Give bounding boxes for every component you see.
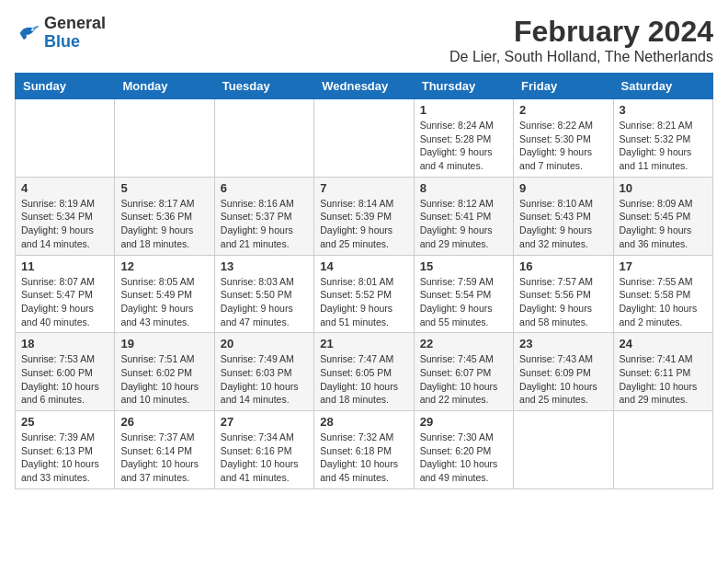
calendar-cell: 9Sunrise: 8:10 AM Sunset: 5:43 PM Daylig… — [514, 177, 613, 255]
calendar-cell — [16, 99, 115, 178]
page-header: General Blue February 2024 De Lier, Sout… — [15, 15, 713, 65]
calendar-cell: 29Sunrise: 7:30 AM Sunset: 6:20 PM Dayli… — [414, 411, 513, 489]
weekday-header-tuesday: Tuesday — [214, 74, 313, 99]
day-number: 18 — [21, 337, 108, 350]
weekday-header-saturday: Saturday — [613, 74, 712, 99]
calendar-cell: 19Sunrise: 7:51 AM Sunset: 6:02 PM Dayli… — [115, 333, 214, 411]
day-info: Sunrise: 7:47 AM Sunset: 6:05 PM Dayligh… — [320, 352, 407, 407]
day-number: 16 — [519, 259, 607, 273]
calendar-cell: 13Sunrise: 8:03 AM Sunset: 5:50 PM Dayli… — [214, 255, 313, 333]
calendar-cell: 18Sunrise: 7:53 AM Sunset: 6:00 PM Dayli… — [16, 333, 115, 411]
calendar-cell — [514, 411, 613, 489]
day-info: Sunrise: 8:01 AM Sunset: 5:52 PM Dayligh… — [320, 275, 407, 329]
logo-general: General — [44, 15, 106, 33]
weekday-header-row: SundayMondayTuesdayWednesdayThursdayFrid… — [16, 74, 713, 99]
day-number: 26 — [120, 415, 208, 429]
day-info: Sunrise: 7:53 AM Sunset: 6:00 PM Dayligh… — [21, 352, 108, 407]
day-info: Sunrise: 8:21 AM Sunset: 5:32 PM Dayligh… — [620, 119, 707, 173]
calendar-cell: 2Sunrise: 8:22 AM Sunset: 5:30 PM Daylig… — [514, 99, 613, 178]
day-number: 13 — [221, 259, 308, 273]
day-number: 7 — [320, 181, 407, 195]
day-number: 8 — [420, 181, 507, 195]
calendar-cell — [214, 99, 313, 178]
calendar-cell: 16Sunrise: 7:57 AM Sunset: 5:56 PM Dayli… — [514, 255, 613, 333]
day-number: 15 — [420, 259, 507, 273]
day-number: 12 — [120, 259, 208, 273]
calendar-cell: 21Sunrise: 7:47 AM Sunset: 6:05 PM Dayli… — [314, 333, 414, 411]
day-info: Sunrise: 7:32 AM Sunset: 6:18 PM Dayligh… — [320, 431, 407, 485]
calendar-cell: 10Sunrise: 8:09 AM Sunset: 5:45 PM Dayli… — [613, 177, 712, 255]
day-info: Sunrise: 7:57 AM Sunset: 5:56 PM Dayligh… — [519, 275, 607, 329]
day-info: Sunrise: 8:24 AM Sunset: 5:28 PM Dayligh… — [420, 119, 507, 173]
day-number: 1 — [420, 103, 507, 117]
calendar-cell: 6Sunrise: 8:16 AM Sunset: 5:37 PM Daylig… — [214, 177, 313, 255]
day-info: Sunrise: 7:30 AM Sunset: 6:20 PM Dayligh… — [420, 431, 507, 485]
calendar-week-row: 1Sunrise: 8:24 AM Sunset: 5:28 PM Daylig… — [16, 99, 713, 178]
month-year-title: February 2024 — [449, 15, 713, 49]
weekday-header-wednesday: Wednesday — [314, 74, 414, 99]
day-number: 22 — [420, 337, 507, 350]
calendar-cell: 7Sunrise: 8:14 AM Sunset: 5:39 PM Daylig… — [314, 177, 414, 255]
logo-blue: Blue — [44, 33, 106, 52]
weekday-header-thursday: Thursday — [414, 74, 513, 99]
day-info: Sunrise: 8:14 AM Sunset: 5:39 PM Dayligh… — [320, 197, 407, 251]
weekday-header-monday: Monday — [115, 74, 214, 99]
day-number: 9 — [519, 181, 607, 195]
calendar-cell: 3Sunrise: 8:21 AM Sunset: 5:32 PM Daylig… — [613, 99, 712, 178]
day-info: Sunrise: 7:43 AM Sunset: 6:09 PM Dayligh… — [519, 352, 607, 407]
day-number: 3 — [620, 103, 707, 117]
calendar-cell: 26Sunrise: 7:37 AM Sunset: 6:14 PM Dayli… — [115, 411, 214, 489]
day-info: Sunrise: 7:41 AM Sunset: 6:11 PM Dayligh… — [620, 352, 707, 407]
day-info: Sunrise: 8:10 AM Sunset: 5:43 PM Dayligh… — [519, 197, 607, 251]
calendar-cell: 25Sunrise: 7:39 AM Sunset: 6:13 PM Dayli… — [16, 411, 115, 489]
weekday-header-friday: Friday — [514, 74, 613, 99]
calendar-cell: 28Sunrise: 7:32 AM Sunset: 6:18 PM Dayli… — [314, 411, 414, 489]
calendar-cell: 24Sunrise: 7:41 AM Sunset: 6:11 PM Dayli… — [613, 333, 712, 411]
calendar-cell — [314, 99, 414, 178]
day-info: Sunrise: 7:34 AM Sunset: 6:16 PM Dayligh… — [221, 431, 308, 485]
day-number: 21 — [320, 337, 407, 350]
location-subtitle: De Lier, South Holland, The Netherlands — [449, 49, 713, 65]
day-number: 2 — [519, 103, 607, 117]
day-number: 24 — [620, 337, 707, 350]
day-number: 23 — [519, 337, 607, 350]
day-number: 25 — [21, 415, 108, 429]
calendar-cell: 8Sunrise: 8:12 AM Sunset: 5:41 PM Daylig… — [414, 177, 513, 255]
calendar-cell: 12Sunrise: 8:05 AM Sunset: 5:49 PM Dayli… — [115, 255, 214, 333]
day-info: Sunrise: 8:12 AM Sunset: 5:41 PM Dayligh… — [420, 197, 507, 251]
day-number: 20 — [221, 337, 308, 350]
day-info: Sunrise: 8:03 AM Sunset: 5:50 PM Dayligh… — [221, 275, 308, 329]
day-info: Sunrise: 7:49 AM Sunset: 6:03 PM Dayligh… — [221, 352, 308, 407]
logo-bird-icon — [15, 20, 40, 46]
calendar-cell — [115, 99, 214, 178]
calendar-week-row: 4Sunrise: 8:19 AM Sunset: 5:34 PM Daylig… — [16, 177, 713, 255]
day-info: Sunrise: 8:22 AM Sunset: 5:30 PM Dayligh… — [519, 119, 607, 173]
day-number: 11 — [21, 259, 108, 273]
day-info: Sunrise: 8:19 AM Sunset: 5:34 PM Dayligh… — [21, 197, 108, 251]
day-info: Sunrise: 7:59 AM Sunset: 5:54 PM Dayligh… — [420, 275, 507, 329]
day-number: 28 — [320, 415, 407, 429]
day-number: 29 — [420, 415, 507, 429]
calendar-cell: 22Sunrise: 7:45 AM Sunset: 6:07 PM Dayli… — [414, 333, 513, 411]
day-info: Sunrise: 8:07 AM Sunset: 5:47 PM Dayligh… — [21, 275, 108, 329]
day-number: 5 — [120, 181, 208, 195]
calendar-cell: 11Sunrise: 8:07 AM Sunset: 5:47 PM Dayli… — [16, 255, 115, 333]
day-number: 6 — [221, 181, 308, 195]
day-info: Sunrise: 8:09 AM Sunset: 5:45 PM Dayligh… — [620, 197, 707, 251]
title-section: February 2024 De Lier, South Holland, Th… — [449, 15, 713, 65]
day-info: Sunrise: 8:16 AM Sunset: 5:37 PM Dayligh… — [221, 197, 308, 251]
calendar-week-row: 18Sunrise: 7:53 AM Sunset: 6:00 PM Dayli… — [16, 333, 713, 411]
calendar-cell: 14Sunrise: 8:01 AM Sunset: 5:52 PM Dayli… — [314, 255, 414, 333]
day-info: Sunrise: 7:51 AM Sunset: 6:02 PM Dayligh… — [120, 352, 208, 407]
calendar-cell: 17Sunrise: 7:55 AM Sunset: 5:58 PM Dayli… — [613, 255, 712, 333]
calendar-cell: 23Sunrise: 7:43 AM Sunset: 6:09 PM Dayli… — [514, 333, 613, 411]
day-number: 19 — [120, 337, 208, 350]
calendar-cell: 20Sunrise: 7:49 AM Sunset: 6:03 PM Dayli… — [214, 333, 313, 411]
day-number: 17 — [620, 259, 707, 273]
day-info: Sunrise: 8:17 AM Sunset: 5:36 PM Dayligh… — [120, 197, 208, 251]
day-info: Sunrise: 8:05 AM Sunset: 5:49 PM Dayligh… — [120, 275, 208, 329]
calendar-week-row: 25Sunrise: 7:39 AM Sunset: 6:13 PM Dayli… — [16, 411, 713, 489]
weekday-header-sunday: Sunday — [16, 74, 115, 99]
calendar-cell: 1Sunrise: 8:24 AM Sunset: 5:28 PM Daylig… — [414, 99, 513, 178]
day-info: Sunrise: 7:45 AM Sunset: 6:07 PM Dayligh… — [420, 352, 507, 407]
